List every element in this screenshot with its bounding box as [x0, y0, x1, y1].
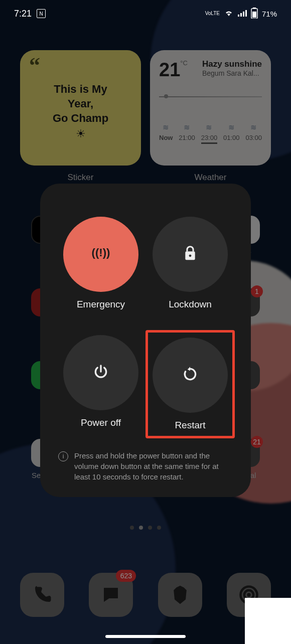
- info-icon: i: [58, 451, 68, 461]
- power-hint: i Press and hold the power button and th…: [56, 450, 235, 482]
- svg-rect-3: [245, 10, 247, 17]
- power-menu: ((!)) Emergency Lockdown Power off: [40, 184, 251, 497]
- svg-rect-2: [243, 12, 244, 17]
- status-bar: 7:21 N VoLTE 71%: [0, 0, 291, 27]
- svg-rect-6: [252, 12, 256, 18]
- volte-icon: VoLTE: [205, 11, 220, 16]
- restart-button[interactable]: Restart: [145, 330, 235, 438]
- battery-percent: 71%: [262, 10, 277, 18]
- emergency-icon: ((!)): [91, 244, 110, 265]
- battery-icon: [251, 8, 258, 20]
- corner-watermark: [245, 598, 291, 644]
- power-off-button[interactable]: Power off: [56, 330, 145, 438]
- lock-icon: [183, 245, 198, 264]
- restart-icon: [182, 366, 198, 384]
- status-time: 7:21: [14, 9, 32, 19]
- nav-handle[interactable]: [105, 635, 186, 638]
- notification-icon: N: [37, 9, 46, 18]
- svg-rect-0: [238, 15, 239, 17]
- signal-icon: [238, 10, 247, 18]
- power-icon: [93, 364, 109, 382]
- svg-text:((!)): ((!)): [92, 246, 110, 259]
- wifi-icon: [224, 9, 234, 19]
- svg-rect-1: [240, 13, 242, 17]
- lockdown-button[interactable]: Lockdown: [145, 212, 235, 315]
- emergency-button[interactable]: ((!)) Emergency: [56, 212, 145, 315]
- svg-point-12: [189, 254, 192, 257]
